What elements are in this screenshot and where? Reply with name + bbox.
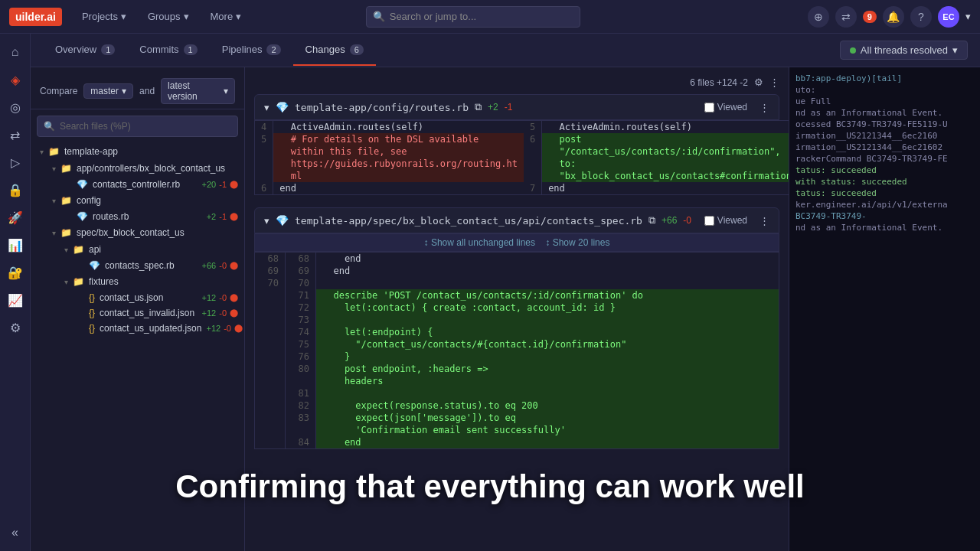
branch-from-select[interactable]: master ▾ [83, 83, 133, 99]
sidebar-monitor-icon[interactable]: 📊 [3, 233, 28, 257]
file-diff-badge: +12 -0 ⬤ [202, 308, 238, 318]
tree-folder-config[interactable]: ▾ 📁 config [43, 192, 244, 209]
files-summary-bar: 6 files +124 -2 ⚙ ⋮ [254, 77, 779, 88]
diff-row: 84 end [255, 436, 779, 449]
collapse-icon[interactable]: ▾ [264, 215, 270, 227]
diff-separator[interactable]: ↕ Show all unchanged lines ↕ Show 20 lin… [254, 233, 779, 252]
tree-folder-template-app[interactable]: ▾ 📁 template-app [31, 143, 244, 160]
diff-file-1-header: ▾ 💎 template-app/config/routes.rb ⧉ +2 -… [254, 94, 779, 120]
tab-commits[interactable]: Commits 1 [127, 34, 209, 66]
tree-folder-fixtures[interactable]: ▾ 📁 fixtures [55, 273, 244, 290]
diff-row: 72 let(:contact) { create :contact, acco… [255, 302, 779, 314]
ruby-file-icon: 💎 [276, 101, 289, 113]
sidebar-mr-icon[interactable]: ⇄ [3, 122, 28, 147]
file-diff-badge: +12 -0 ⬤ [202, 293, 238, 302]
notifications-btn[interactable]: 🔔 [883, 6, 904, 28]
diff-add-badge: +66 [662, 215, 677, 226]
diff-row: 4 ActiveAdmin.routes(self) 5 ActiveAdmin… [255, 121, 789, 134]
tab-changes[interactable]: Changes 6 [293, 34, 376, 66]
tree-file-contact-us-json[interactable]: {} contact_us.json +12 -0 ⬤ [67, 290, 244, 305]
sidebar-issues-icon[interactable]: ◎ [3, 95, 28, 119]
tree-subtree: ▾ 📁 api 💎 contacts_spec.rb +66 -0 [43, 241, 244, 336]
sidebar-home-icon[interactable]: ⌂ [3, 40, 28, 64]
folder-icon: 📁 [60, 163, 72, 174]
ruby-icon: 💎 [77, 211, 88, 222]
ruby-file-icon: 💎 [276, 214, 289, 227]
navbar: uilder.ai Projects ▾ Groups ▾ More ▾ 🔍 S… [0, 0, 980, 34]
right-panel: bb7:app-deploy)[tail]uto:ue Fullnd as an… [789, 67, 980, 551]
diff-row: ml "bx_block_contact_us/contacts#confirm… [255, 170, 789, 182]
compare-bar: Compare master ▾ and latest version ▾ [31, 73, 244, 109]
tree-file-routes[interactable]: 💎 routes.rb +2 -1 ⬤ [55, 209, 244, 224]
right-panel-line: nd as an Informational Event. [795, 223, 974, 233]
mr-btn[interactable]: ⇄ [835, 6, 857, 28]
tree-subtree: 💎 contacts_controller.rb +20 -1 ⬤ [43, 177, 244, 192]
folder-icon: 📁 [48, 146, 60, 157]
viewed-input[interactable] [704, 103, 714, 112]
threads-resolved-btn[interactable]: All threads resolved ▾ [840, 41, 968, 60]
sidebar-analytics-icon[interactable]: 📈 [3, 288, 28, 312]
tree-subtree: ▾ 📁 app/controllers/bx_block_contact_us … [31, 160, 244, 336]
tree-subtree: 💎 contacts_spec.rb +66 -0 ⬤ [55, 258, 244, 273]
right-panel-line: tatus: succeeded [795, 188, 974, 198]
branch-to-select[interactable]: latest version ▾ [161, 78, 235, 104]
right-panel-line: with status: succeeded [795, 177, 974, 187]
diff-add-badge: +2 [488, 102, 498, 112]
tree-folder-api[interactable]: ▾ 📁 api [55, 241, 244, 258]
new-item-btn[interactable]: ⊕ [808, 6, 829, 28]
caret-icon: ▾ [40, 148, 44, 156]
app-logo[interactable]: uilder.ai [9, 8, 62, 26]
settings-btn[interactable]: ⚙ [754, 77, 763, 88]
sidebar-security-icon[interactable]: 🔒 [3, 178, 28, 202]
global-search[interactable]: 🔍 Search or jump to... [366, 6, 580, 28]
viewed-input[interactable] [704, 216, 714, 226]
collapse-icon[interactable]: ▾ [264, 102, 270, 113]
more-btn[interactable]: ⋮ [769, 77, 779, 88]
ruby-icon: 💎 [89, 260, 100, 271]
kebab-btn[interactable]: ⋮ [760, 215, 769, 227]
sidebar-collapse-icon[interactable]: « [3, 520, 28, 545]
nav-actions: ⊕ ⇄ 9 🔔 ? EC ▾ [808, 6, 971, 28]
viewed-checkbox[interactable]: Viewed [704, 215, 747, 226]
chevron-down-icon: ▾ [952, 44, 958, 56]
copy-path-icon[interactable]: ⧉ [648, 214, 655, 227]
right-panel-line: bb7:app-deploy)[tail] [795, 73, 974, 83]
folder-icon: 📁 [73, 244, 84, 255]
right-panel-line: uto: [795, 85, 974, 95]
sidebar-lock-icon[interactable]: 🔐 [3, 260, 28, 285]
sidebar-settings-icon[interactable]: ⚙ [3, 315, 28, 340]
tree-file-contact-us-updated-json[interactable]: {} contact_us_updated.json +12 -0 ⬤ [67, 321, 244, 336]
nav-projects[interactable]: Projects ▾ [74, 8, 134, 25]
file-diff-badge: +66 -0 ⬤ [202, 261, 238, 270]
viewed-checkbox[interactable]: Viewed [704, 102, 747, 112]
right-panel-content: bb7:app-deploy)[tail]uto:ue Fullnd as an… [795, 73, 974, 233]
tree-subtree: {} contact_us.json +12 -0 ⬤ {} con [55, 290, 244, 336]
file-diff-badge: +2 -1 ⬤ [207, 212, 238, 221]
tree-folder-controllers[interactable]: ▾ 📁 app/controllers/bx_block_contact_us [43, 160, 244, 177]
and-label: and [139, 86, 155, 96]
tree-folder-spec[interactable]: ▾ 📁 spec/bx_block_contact_us [43, 224, 244, 241]
sidebar-deploy-icon[interactable]: 🚀 [3, 205, 28, 230]
diff-row: 5 # For details on the DSL available 6 p… [255, 133, 789, 145]
right-panel-line: ocessed BC3749-TR3749-FE5119-U [795, 119, 974, 129]
diff-row: 68 68 end [255, 253, 779, 266]
user-avatar[interactable]: EC [938, 6, 959, 28]
copy-path-icon[interactable]: ⧉ [475, 101, 482, 113]
nav-groups[interactable]: Groups ▾ [140, 8, 197, 25]
diff-table-routes: 4 ActiveAdmin.routes(self) 5 ActiveAdmin… [254, 120, 789, 195]
nav-more[interactable]: More ▾ [203, 8, 250, 25]
tab-pipelines[interactable]: Pipelines 2 [210, 34, 293, 66]
diff-row: 80 post endpoint, :headers => [255, 363, 779, 375]
file-search-input[interactable]: 🔍 Search files (%P) [37, 116, 238, 137]
help-btn[interactable]: ? [910, 6, 932, 28]
sidebar-code-icon[interactable]: ◈ [3, 67, 28, 92]
tab-overview[interactable]: Overview 1 [43, 34, 127, 66]
kebab-btn[interactable]: ⋮ [760, 102, 769, 113]
caret-icon: ▾ [52, 229, 56, 237]
diff-row: 71 describe 'POST /contact_us/contacts/:… [255, 289, 779, 302]
sidebar-ci-icon[interactable]: ▷ [3, 150, 28, 174]
tree-file-contacts-controller[interactable]: 💎 contacts_controller.rb +20 -1 ⬤ [55, 177, 244, 192]
tree-file-contacts-spec[interactable]: 💎 contacts_spec.rb +66 -0 ⬤ [67, 258, 244, 273]
diff-row: 81 [255, 387, 779, 399]
tree-file-contact-us-invalid-json[interactable]: {} contact_us_invalid.json +12 -0 ⬤ [67, 305, 244, 321]
